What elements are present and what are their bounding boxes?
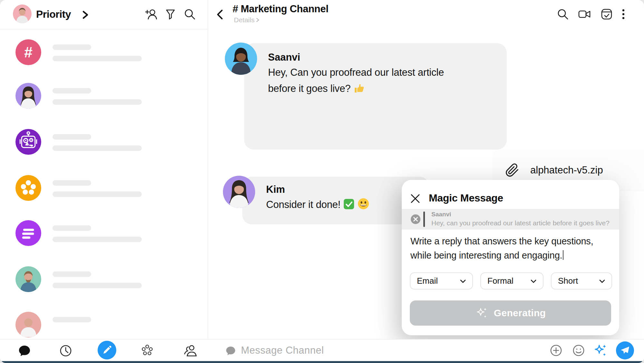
woman-long-hair-avatar (15, 83, 41, 109)
generating-button[interactable]: Generating (410, 300, 611, 326)
chats-icon[interactable] (17, 344, 32, 358)
chevron-down-icon (529, 277, 538, 285)
prompt-input[interactable]: Write a reply that answers the key quest… (410, 234, 610, 262)
check-mark-emoji (343, 198, 355, 210)
thumbs-up-emoji (353, 82, 365, 94)
message-bubble-kim: Kim Consider it done! (242, 177, 429, 224)
man-beard-avatar (15, 266, 41, 292)
sidebar-item-kim[interactable] (0, 83, 208, 128)
message-author: Kim (266, 184, 285, 195)
list-lines-icon (15, 220, 41, 246)
bottom-bar: Message Channel (0, 339, 644, 361)
placeholder-bar (53, 237, 142, 242)
quote-bar (423, 211, 425, 227)
message-text: Consider it done! (266, 197, 370, 213)
sidebar-header-border (0, 29, 208, 29)
modal-title: Magic Message (429, 192, 503, 204)
magic-sparkle-icon[interactable] (593, 343, 608, 358)
workspace-title[interactable]: Priority (36, 8, 71, 20)
placeholder-bar (53, 225, 91, 231)
message-author: Saanvi (268, 52, 300, 63)
tasks-icon[interactable] (600, 7, 613, 21)
length-dropdown[interactable]: Short (551, 272, 612, 289)
sidebar-item-bot[interactable] (0, 129, 208, 174)
search-icon[interactable] (183, 7, 197, 21)
kebab-menu-icon[interactable] (621, 7, 626, 21)
flower-dots-icon (15, 175, 41, 201)
hash-channel-icon: # (15, 39, 41, 65)
placeholder-bar (53, 180, 91, 186)
placeholder-bar (53, 99, 142, 105)
quoted-message: Saanvi Hey, can you proofread our latest… (402, 209, 619, 230)
close-icon[interactable] (409, 193, 421, 204)
bald-man-avatar (15, 312, 41, 338)
bottom-strip (0, 361, 644, 363)
chevron-right-icon (256, 17, 260, 23)
text-cursor (563, 250, 563, 260)
contacts-icon[interactable] (183, 344, 198, 358)
search-icon[interactable] (556, 7, 570, 21)
chevron-right-icon[interactable] (81, 9, 90, 20)
placeholder-bar (53, 88, 91, 93)
details-label: Details (234, 16, 255, 24)
chevron-down-icon (459, 277, 467, 285)
avatar-kim[interactable] (223, 176, 255, 208)
sidebar-item-channel[interactable]: # (0, 39, 208, 84)
channel-title: # Marketing Channel (233, 3, 328, 15)
sidebar-item-team[interactable] (0, 175, 208, 220)
placeholder-bar (53, 283, 142, 288)
format-dropdown[interactable]: Email (410, 272, 473, 289)
generating-label: Generating (494, 308, 546, 319)
send-icon[interactable] (616, 341, 634, 359)
paperclip-icon (505, 163, 519, 177)
message-bubble-saanvi: Saanvi Hey, Can you proofread our latest… (244, 43, 507, 150)
sidebar-item-man[interactable] (0, 266, 208, 311)
placeholder-bar (53, 271, 91, 277)
apps-dots-icon[interactable] (140, 344, 154, 358)
recents-clock-icon[interactable] (59, 344, 73, 358)
placeholder-bar (53, 56, 142, 61)
channel-details-link[interactable]: Details (234, 16, 260, 24)
sparkle-icon (475, 306, 489, 320)
message-bubble-icon (225, 345, 236, 357)
avatar-saanvi[interactable] (225, 43, 257, 75)
placeholder-bar (53, 44, 91, 50)
back-chevron-icon[interactable] (215, 8, 226, 21)
smiley-emoji (357, 198, 370, 210)
placeholder-bar (53, 191, 142, 197)
placeholder-bar (53, 317, 91, 322)
compose-pencil-icon[interactable] (98, 341, 116, 359)
message-input[interactable]: Message Channel (241, 345, 324, 356)
screenshot: Priority # Marketing Channel Details (0, 0, 644, 363)
workspace-avatar[interactable] (13, 5, 32, 23)
sidebar-item-list[interactable] (0, 220, 208, 265)
chevron-down-icon (598, 277, 606, 285)
message-text: Hey, Can you proofread our latest articl… (268, 64, 444, 97)
robot-bot-icon (15, 129, 41, 155)
video-call-icon[interactable] (577, 7, 592, 21)
plus-circle-icon[interactable] (549, 344, 563, 357)
remove-quote-icon[interactable] (410, 214, 421, 224)
sidebar-divider (208, 0, 208, 361)
svg-text:#: # (24, 44, 33, 61)
placeholder-bar (53, 134, 91, 140)
filter-icon[interactable] (164, 7, 177, 21)
quote-text: Hey, can you proofread our latest articl… (431, 219, 610, 227)
attachment-filename: alphatech-v5.zip (530, 164, 603, 176)
magic-message-modal: Magic Message Saanvi Hey, can you proofr… (402, 180, 619, 335)
add-user-icon[interactable] (144, 7, 158, 21)
placeholder-bar (53, 145, 142, 151)
emoji-icon[interactable] (572, 344, 585, 357)
quote-author: Saanvi (431, 211, 451, 218)
app-window: Priority # Marketing Channel Details (0, 0, 644, 363)
tone-dropdown[interactable]: Formal (480, 272, 543, 289)
